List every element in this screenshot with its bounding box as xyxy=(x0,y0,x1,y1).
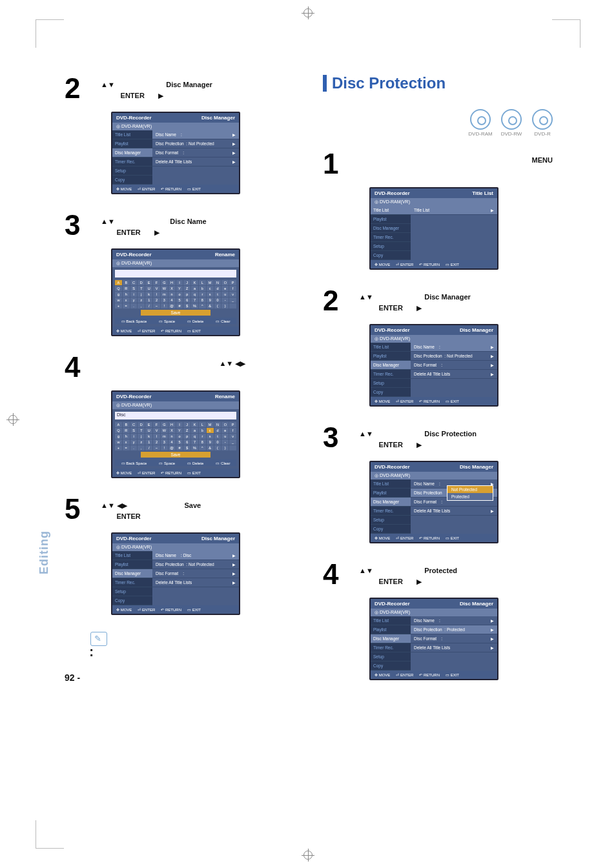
crop-corner-tr xyxy=(552,19,580,48)
osd-title-list: DVD-RecorderTitle List ◎ DVD-RAM(VR) Tit… xyxy=(369,187,498,270)
disc-ram-icon: DVD-RAM xyxy=(467,109,493,137)
osd-disc-manager-r1: DVD-RecorderDisc Manager ◎ DVD-RAM(VR) T… xyxy=(369,324,498,407)
osd-disc-protection-popup: DVD-RecorderDisc Manager ◎ DVD-RAM(VR) T… xyxy=(369,461,498,543)
side-tab-label: Editing xyxy=(37,530,51,574)
disc-r-icon: DVD-R xyxy=(529,109,555,137)
disc-rw-icon: DVD-RW xyxy=(498,109,524,137)
left-column: 2 Disc Manager ENTER DVD-RecorderDisc Ma… xyxy=(65,74,297,697)
step-text: Disc Protection ENTER xyxy=(359,423,555,452)
right-step-3: 3 Disc Protection ENTER xyxy=(323,423,555,452)
crop-mark-top xyxy=(302,6,314,19)
disc-type-icons: DVD-RAM DVD-RW DVD-R xyxy=(323,109,555,137)
left-step-4: 4 xyxy=(65,353,297,381)
left-step-3: 3 Disc Name ENTER xyxy=(65,211,297,239)
osd-rename-2: DVD-RecorderRename ◎ DVD-RAM(VR) Disc AB… xyxy=(111,390,240,478)
osd-disc-manager-2: DVD-RecorderDisc Manager ◎ DVD-RAM(VR) T… xyxy=(111,532,240,615)
right-step-1: 1 MENU xyxy=(323,150,555,178)
step-number: 2 xyxy=(323,287,359,315)
step-number: 4 xyxy=(65,353,101,381)
step-number: 4 xyxy=(323,560,359,589)
step-text: MENU xyxy=(359,150,555,178)
crop-corner-tl xyxy=(36,19,64,48)
section-bar-icon xyxy=(323,75,327,92)
osd-disc-protected: DVD-RecorderDisc Manager ◎ DVD-RAM(VR) T… xyxy=(369,598,498,680)
step-text: Disc Manager ENTER xyxy=(359,287,555,315)
right-step-2: 2 Disc Manager ENTER xyxy=(323,287,555,315)
step-text: Disc Name ENTER xyxy=(101,211,297,239)
step-text: Protected ENTER xyxy=(359,560,555,589)
step-number: 1 xyxy=(323,150,359,178)
section-title: Disc Protection xyxy=(332,74,446,92)
note-block xyxy=(90,632,297,653)
note-icon xyxy=(90,632,107,646)
step-number: 3 xyxy=(323,423,359,452)
right-column: Disc Protection DVD-RAM DVD-RW DVD-R 1 M… xyxy=(323,74,555,697)
crop-corner-bl xyxy=(36,820,64,849)
step-text: Disc Manager ENTER xyxy=(101,74,297,103)
section-header: Disc Protection xyxy=(323,74,555,92)
protection-popup: Not Protected Protected xyxy=(447,485,493,501)
crop-mark-bottom xyxy=(302,849,314,862)
osd-rename-1: DVD-RecorderRename ◎ DVD-RAM(VR) ABCDEFG… xyxy=(111,248,240,336)
step-number: 5 xyxy=(65,495,101,523)
crop-mark-side xyxy=(6,413,19,426)
right-step-4: 4 Protected ENTER xyxy=(323,560,555,589)
step-number: 3 xyxy=(65,211,101,239)
left-step-2: 2 Disc Manager ENTER xyxy=(65,74,297,103)
left-step-5: 5 Save ENTER xyxy=(65,495,297,523)
osd-disc-manager-1: DVD-RecorderDisc Manager ◎ DVD-RAM(VR) T… xyxy=(111,112,240,194)
step-text xyxy=(101,353,297,381)
step-text: Save ENTER xyxy=(101,495,297,523)
page-number: 92 - xyxy=(65,672,297,683)
step-number: 2 xyxy=(65,74,101,103)
